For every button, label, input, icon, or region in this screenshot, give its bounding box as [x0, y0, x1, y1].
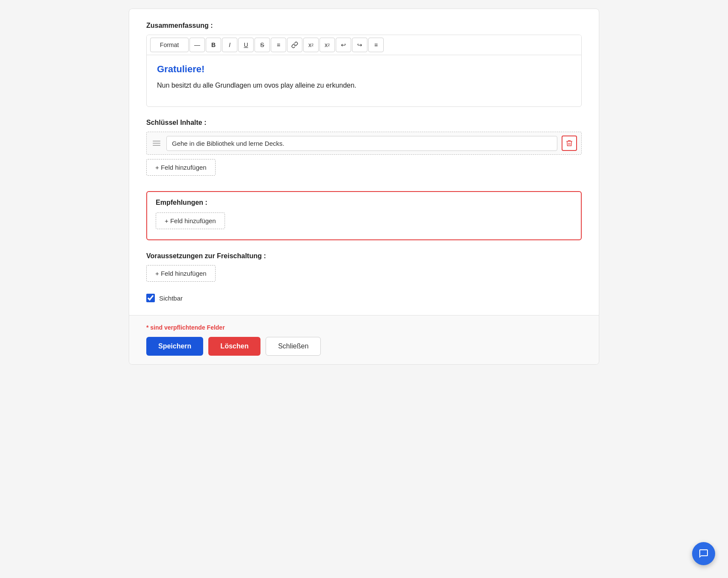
schlussel-inhalte-section: Schlüssel Inhalte : + Feld hinzufügen [146, 119, 582, 179]
editor-wrapper: Format — B I U S ≡ x2 x2 ↩ ↪ ≡ Gratulier… [146, 35, 582, 107]
save-button[interactable]: Speichern [146, 337, 203, 356]
editor-body: Nun besitzt du alle Grundlagen um ovos p… [157, 80, 571, 91]
voraussetzungen-section: Voraussetzungen zur Freischaltung : + Fe… [146, 252, 582, 285]
italic-button[interactable]: I [222, 38, 237, 52]
editor-heading: Gratuliere! [157, 64, 571, 75]
more-options-button[interactable]: ≡ [368, 38, 384, 52]
editor-content[interactable]: Gratuliere! Nun besitzt du alle Grundlag… [147, 55, 581, 106]
divider-button[interactable]: — [189, 38, 205, 52]
chat-bubble[interactable] [692, 542, 715, 565]
delete-button[interactable]: Löschen [208, 337, 260, 356]
zusammenfassung-label: Zusammenfassung : [146, 22, 582, 29]
delete-item-button[interactable] [562, 136, 577, 151]
schlussel-inhalte-label: Schlüssel Inhalte : [146, 119, 582, 127]
schlussel-add-field-button[interactable]: + Feld hinzufügen [146, 159, 216, 176]
empfehlungen-section: Empfehlungen : + Feld hinzufügen [146, 191, 582, 240]
sichtbar-checkbox[interactable] [146, 294, 155, 302]
underline-button[interactable]: U [238, 38, 254, 52]
redo-button[interactable]: ↪ [352, 38, 367, 52]
required-note: * sind verpflichtende Felder [146, 324, 582, 331]
sichtbar-label: Sichtbar [159, 295, 183, 302]
list-button[interactable]: ≡ [271, 38, 286, 52]
undo-button[interactable]: ↩ [336, 38, 351, 52]
subscript-button[interactable]: x2 [320, 38, 335, 52]
drag-handle[interactable] [151, 139, 162, 147]
format-button[interactable]: Format [150, 38, 189, 52]
link-button[interactable] [287, 38, 302, 52]
empfehlungen-label: Empfehlungen : [156, 199, 572, 206]
key-content-item [146, 132, 582, 155]
zusammenfassung-section: Zusammenfassung : Format — B I U S ≡ x2 … [146, 22, 582, 107]
superscript-button[interactable]: x2 [303, 38, 319, 52]
voraussetzungen-label: Voraussetzungen zur Freischaltung : [146, 252, 582, 260]
voraussetzungen-add-field-button[interactable]: + Feld hinzufügen [146, 265, 216, 282]
bold-button[interactable]: B [206, 38, 221, 52]
toolbar: Format — B I U S ≡ x2 x2 ↩ ↪ ≡ [147, 35, 581, 55]
empfehlungen-add-field-button[interactable]: + Feld hinzufügen [156, 212, 225, 229]
footer: * sind verpflichtende Felder Speichern L… [129, 315, 599, 364]
close-button[interactable]: Schließen [266, 337, 321, 356]
footer-buttons: Speichern Löschen Schließen [146, 337, 582, 356]
key-content-input[interactable] [166, 136, 557, 151]
sichtbar-row: Sichtbar [146, 294, 582, 302]
strikethrough-button[interactable]: S [255, 38, 270, 52]
main-container: Zusammenfassung : Format — B I U S ≡ x2 … [129, 9, 599, 365]
